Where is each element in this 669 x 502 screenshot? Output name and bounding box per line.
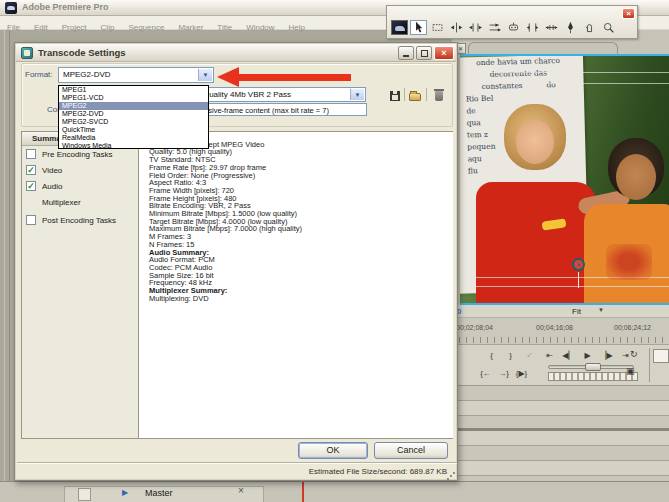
premiere-app-icon — [5, 2, 17, 14]
loop-button[interactable]: ↻ — [630, 349, 638, 359]
chevron-down-icon[interactable]: ▼ — [198, 69, 212, 81]
set-out-point-button[interactable]: } — [503, 349, 518, 362]
dialog-titlebar[interactable]: Transcode Settings × — [16, 44, 456, 62]
format-option[interactable]: MPEG2-DVD — [59, 110, 208, 118]
marker-button[interactable]: ✓ — [522, 349, 537, 362]
task-label: Multiplexer — [42, 198, 81, 207]
checkbox-checked[interactable]: ✓ — [26, 181, 36, 191]
menu-item[interactable]: Title — [210, 22, 239, 33]
menu-item[interactable]: Edit — [27, 22, 55, 33]
shirt-graphic — [606, 244, 652, 280]
resize-grip[interactable] — [446, 471, 455, 480]
format-option[interactable]: MPEG2 — [59, 102, 208, 110]
maximize-button[interactable] — [416, 46, 432, 60]
import-preset-button[interactable] — [407, 87, 422, 101]
task-row[interactable]: Pre Encoding Tasks — [22, 147, 138, 162]
menu-item[interactable]: Marker — [171, 22, 210, 33]
step-back-button[interactable]: ◀▏ — [561, 349, 576, 362]
track-select-tool-icon[interactable] — [429, 20, 446, 35]
format-option[interactable]: QuickTime — [59, 126, 208, 134]
menu-item[interactable]: Clip — [94, 22, 122, 33]
menu-item[interactable]: Sequence — [121, 22, 171, 33]
rate-stretch-tool-icon[interactable] — [486, 20, 503, 35]
go-to-out-button[interactable]: →} — [496, 367, 511, 380]
guide-line — [460, 72, 669, 73]
task-row[interactable]: Multiplexer — [22, 195, 138, 210]
format-option[interactable]: MPEG2-SVCD — [59, 118, 208, 126]
chevron-down-icon[interactable]: ▼ — [598, 307, 604, 313]
format-select[interactable]: MPEG2-DVD ▼ — [58, 67, 214, 83]
time-ruler[interactable]: 00;02;08;04 00;04;16;08 00;06;24;12 — [452, 318, 669, 345]
set-in-point-button[interactable]: { — [484, 349, 499, 362]
checkbox-checked[interactable]: ✓ — [26, 165, 36, 175]
ripple-edit-tool-icon[interactable] — [448, 20, 465, 35]
close-button[interactable]: × — [434, 46, 454, 60]
program-monitor-frame: onde havia um charcodecorrente dasconsta… — [460, 56, 669, 303]
menu-item[interactable]: Help — [282, 22, 312, 33]
partial-button[interactable] — [653, 349, 669, 363]
menu-item[interactable]: Project — [55, 22, 94, 33]
task-label: Post Encoding Tasks — [42, 216, 116, 225]
edit-nav-buttons: {←→}{▶} — [478, 367, 529, 380]
play-button[interactable]: ▶ — [580, 349, 595, 362]
export-frame-button[interactable]: ▣ — [626, 366, 635, 376]
checkbox-unchecked[interactable] — [26, 149, 36, 159]
shuttle-slider[interactable] — [548, 365, 634, 369]
expand-arrow-icon[interactable]: ▶ — [122, 488, 128, 497]
zoom-tool-icon[interactable] — [600, 20, 617, 35]
menu-item[interactable]: Window — [239, 22, 281, 33]
timeline-bottom-strip: ▶ Master × — [0, 481, 669, 502]
jog-wheel[interactable] — [548, 372, 638, 381]
slide-tool-icon[interactable] — [543, 20, 560, 35]
task-label: Video — [42, 166, 62, 175]
task-row[interactable]: ✓ Audio — [22, 179, 138, 194]
track-separator — [452, 428, 669, 431]
razor-tool-icon[interactable] — [505, 20, 522, 35]
task-row[interactable]: ✓ Video — [22, 163, 138, 178]
checkbox-unchecked[interactable] — [26, 215, 36, 225]
task-label: Audio — [42, 182, 62, 191]
ok-button[interactable]: OK — [298, 442, 368, 459]
format-option[interactable]: RealMedia — [59, 134, 208, 142]
monitor-highlight-top — [460, 54, 669, 56]
hand-tool-icon[interactable] — [581, 20, 598, 35]
go-to-in-button[interactable]: {← — [478, 367, 493, 380]
timeline-playhead[interactable] — [302, 482, 304, 502]
slip-tool-icon[interactable] — [524, 20, 541, 35]
rolling-edit-tool-icon[interactable] — [467, 20, 484, 35]
cancel-button[interactable]: Cancel — [374, 442, 448, 459]
play-in-to-out-button[interactable]: {▶} — [514, 367, 529, 380]
marker-buttons: {}✓ — [484, 349, 537, 362]
save-preset-button[interactable] — [387, 87, 402, 101]
format-option[interactable]: Windows Media — [59, 142, 208, 149]
zoom-level-select[interactable]: Fit — [572, 307, 581, 316]
estimated-size-status: Estimated File Size/second: 689.87 KB — [309, 467, 447, 476]
floppy-icon — [390, 91, 400, 101]
chevron-down-icon[interactable]: ▼ — [350, 89, 364, 100]
summary-area: Summary Pre Encoding Tasks ✓ Video ✓ Aud… — [21, 131, 453, 439]
step-forward-button[interactable]: ▕▶ — [599, 349, 614, 362]
format-dropdown-list[interactable]: MPEG1MPEG1-VCDMPEG2MPEG2-DVDMPEG2-SVCDQu… — [58, 85, 209, 149]
track-toggle-box[interactable] — [78, 488, 91, 501]
mute-icon[interactable]: × — [238, 485, 244, 496]
go-to-previous-edit-button[interactable]: ⇤ — [542, 349, 557, 362]
minimize-button[interactable] — [398, 46, 414, 60]
shuttle-thumb[interactable] — [585, 363, 601, 371]
ruler-timecode: 00;04;16;08 — [536, 324, 573, 331]
boy2-face — [616, 154, 656, 200]
tool-row — [391, 20, 617, 35]
palette-close-icon[interactable]: × — [622, 8, 635, 19]
task-row[interactable]: Post Encoding Tasks — [22, 213, 138, 228]
folder-icon — [409, 93, 421, 101]
tools-palette: × — [386, 5, 638, 39]
pen-tool-icon[interactable] — [562, 20, 579, 35]
monitor-panel: × onde havia um charcodecorrente dascons… — [452, 30, 669, 502]
format-label: Format: — [25, 70, 53, 79]
divider — [649, 348, 650, 382]
selection-tool-icon[interactable] — [410, 20, 427, 35]
format-option[interactable]: MPEG1 — [59, 86, 208, 94]
summary-line: Multiplexing: DVD — [149, 295, 453, 303]
anchor-point-icon[interactable]: × — [572, 258, 585, 271]
delete-preset-button[interactable] — [431, 87, 446, 101]
format-option[interactable]: MPEG1-VCD — [59, 94, 208, 102]
